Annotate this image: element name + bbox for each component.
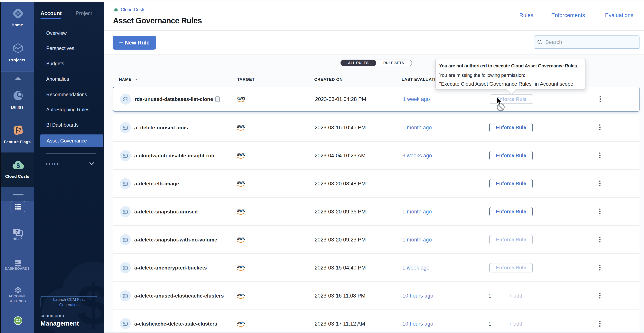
svg-text:$: $ xyxy=(16,162,20,169)
svg-text:?: ? xyxy=(16,229,18,234)
svg-text:$: $ xyxy=(115,9,117,12)
